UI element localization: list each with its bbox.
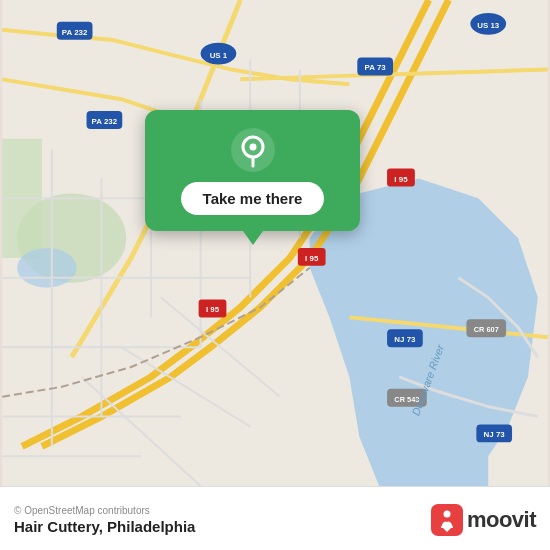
svg-text:I 95: I 95 [305,254,319,263]
map-svg: PA 232 PA 232 US 1 PA 73 US 13 I 95 I 95… [0,0,550,486]
svg-point-46 [249,144,256,151]
svg-text:US 13: US 13 [477,21,500,30]
svg-text:PA 232: PA 232 [92,117,118,126]
moovit-brand-icon [431,504,463,536]
moovit-logo: moovit [431,504,536,536]
svg-text:NJ 73: NJ 73 [394,335,416,344]
svg-point-4 [17,248,77,288]
svg-text:PA 73: PA 73 [365,63,387,72]
svg-text:PA 232: PA 232 [62,28,88,37]
bottom-bar: © OpenStreetMap contributors Hair Cutter… [0,486,550,550]
map-container: PA 232 PA 232 US 1 PA 73 US 13 I 95 I 95… [0,0,550,486]
svg-text:CR 607: CR 607 [474,325,499,334]
moovit-brand-name: moovit [467,507,536,533]
svg-point-49 [443,510,450,517]
map-attribution: © OpenStreetMap contributors [14,505,195,516]
bottom-left: © OpenStreetMap contributors Hair Cutter… [14,505,195,535]
svg-text:NJ 73: NJ 73 [484,430,506,439]
take-me-there-button[interactable]: Take me there [181,182,325,215]
location-pin-icon [231,128,275,172]
svg-text:US 1: US 1 [210,51,228,60]
location-name: Hair Cuttery, Philadelphia [14,518,195,535]
popup-card[interactable]: Take me there [145,110,360,231]
app-container: PA 232 PA 232 US 1 PA 73 US 13 I 95 I 95… [0,0,550,550]
svg-text:I 95: I 95 [394,175,408,184]
svg-text:I 95: I 95 [206,305,220,314]
